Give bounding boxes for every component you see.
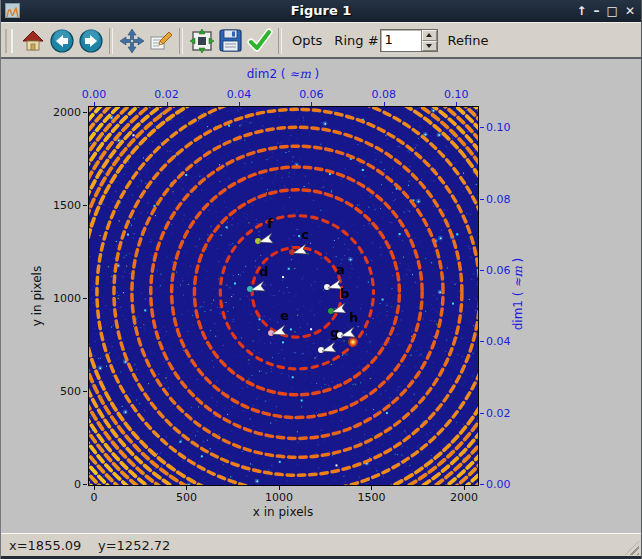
top-tick-mark: [239, 102, 240, 106]
triangle-down-icon: [426, 44, 432, 48]
y-tick-label: 1500: [53, 199, 81, 212]
refine-button[interactable]: Refine: [438, 33, 495, 48]
right-tick-label: 0.00: [486, 478, 511, 491]
right-tick-label: 0.08: [486, 192, 511, 205]
top-axis-title: dim2 ( ≈m ): [247, 67, 320, 81]
canvas-area: dim2 ( ≈m ) x in pixels y in pixels dim1…: [1, 59, 641, 533]
spin-down-button[interactable]: [422, 41, 437, 52]
right-tick-mark: [480, 270, 484, 271]
cursor-y-readout: y=1252.72: [98, 538, 170, 553]
y-tick-mark: [83, 112, 87, 113]
figure-window: Figure 1 ↑ – □ ✕: [0, 0, 642, 559]
right-tick-mark: [480, 341, 484, 342]
toolbar-separator: [278, 28, 282, 54]
left-axis-title: y in pixels: [30, 266, 44, 326]
annotation-arrow-icon: [341, 326, 356, 338]
plot-frame: abcdefgh: [88, 106, 479, 486]
top-tick-label: 0.02: [154, 88, 179, 101]
annotation-arrow-icon: [272, 324, 287, 336]
y-tick-mark: [83, 484, 87, 485]
subplots-icon: [189, 28, 215, 54]
annotation-arrow-icon: [322, 341, 337, 353]
x-tick-label: 0: [90, 491, 97, 504]
top-tick-label: 0.04: [227, 88, 252, 101]
control-point-label: c: [301, 228, 309, 241]
toolbar-separator: [109, 28, 113, 54]
control-point-label: f: [267, 217, 273, 230]
matplotlib-logo-icon: [5, 3, 20, 18]
y-tick-label: 500: [60, 385, 81, 398]
maximize-button[interactable]: □: [607, 0, 618, 22]
toolbar-separator: [179, 28, 183, 54]
y-tick-mark: [83, 391, 87, 392]
bottom-axis-title: x in pixels: [253, 505, 313, 519]
toolbar: Opts Ring # 1 Refine: [1, 22, 641, 58]
y-tick-mark: [83, 298, 87, 299]
pan-icon: [119, 28, 145, 54]
right-tick-label: 0.06: [486, 263, 511, 276]
right-tick-mark: [480, 484, 484, 485]
annotation-arrow-icon: [332, 302, 347, 314]
x-tick-label: 500: [176, 491, 197, 504]
annotation-arrow-icon: [251, 280, 266, 292]
pan-button[interactable]: [117, 26, 146, 55]
back-button[interactable]: [47, 26, 76, 55]
forward-button[interactable]: [76, 26, 105, 55]
edit-button[interactable]: [146, 26, 175, 55]
y-tick-label: 1000: [53, 292, 81, 305]
resize-grip[interactable]: [625, 541, 639, 555]
shade-button[interactable]: ↑: [577, 0, 587, 22]
top-tick-label: 0.06: [299, 88, 324, 101]
y-tick-mark: [83, 205, 87, 206]
window-title: Figure 1: [291, 3, 352, 18]
right-tick-mark: [480, 413, 484, 414]
cursor-x-readout: x=1855.09: [9, 538, 81, 553]
subplots-button[interactable]: [187, 26, 216, 55]
top-tick-label: 0.08: [372, 88, 397, 101]
diffraction-image[interactable]: [89, 107, 478, 485]
statusbar: x=1855.09 y=1252.72: [1, 533, 641, 557]
right-tick-mark: [480, 127, 484, 128]
top-tick-mark: [167, 102, 168, 106]
checkmark-icon: [247, 28, 273, 54]
x-tick-mark: [94, 486, 95, 490]
forward-icon: [78, 28, 104, 54]
right-tick-label: 0.02: [486, 406, 511, 419]
control-point-label: a: [336, 263, 345, 276]
top-tick-label: 0.00: [82, 88, 107, 101]
right-tick-label: 0.04: [486, 335, 511, 348]
x-tick-label: 2000: [450, 491, 478, 504]
spin-up-button[interactable]: [422, 30, 437, 41]
control-point-label: h: [349, 311, 358, 324]
control-point-label: e: [280, 309, 289, 322]
apply-button[interactable]: [245, 26, 274, 55]
ring-number-spinbox[interactable]: 1: [380, 29, 438, 52]
right-axis-title: dim1 ( ≈m ): [511, 258, 525, 331]
x-tick-mark: [186, 486, 187, 490]
top-tick-mark: [94, 102, 95, 106]
minimize-button[interactable]: –: [594, 0, 600, 22]
top-tick-mark: [456, 102, 457, 106]
right-tick-label: 0.10: [486, 121, 511, 134]
top-tick-mark: [384, 102, 385, 106]
edit-icon: [148, 28, 174, 54]
control-point-label: d: [259, 265, 268, 278]
control-point-label: b: [340, 287, 349, 300]
home-icon: [21, 29, 45, 53]
y-tick-label: 0: [74, 478, 81, 491]
save-button[interactable]: [216, 26, 245, 55]
x-tick-mark: [464, 486, 465, 490]
close-button[interactable]: ✕: [625, 0, 635, 22]
home-button[interactable]: [18, 26, 47, 55]
ring-number-value[interactable]: 1: [381, 30, 421, 51]
x-tick-label: 1500: [357, 491, 385, 504]
ring-number-label: Ring #: [328, 33, 379, 48]
titlebar: Figure 1 ↑ – □ ✕: [1, 0, 641, 22]
opts-button[interactable]: Opts: [286, 33, 328, 48]
top-tick-label: 0.10: [444, 88, 469, 101]
back-icon: [49, 28, 75, 54]
top-tick-mark: [311, 102, 312, 106]
toolbar-grip[interactable]: [5, 29, 13, 53]
x-tick-label: 1000: [265, 491, 293, 504]
x-tick-mark: [371, 486, 372, 490]
